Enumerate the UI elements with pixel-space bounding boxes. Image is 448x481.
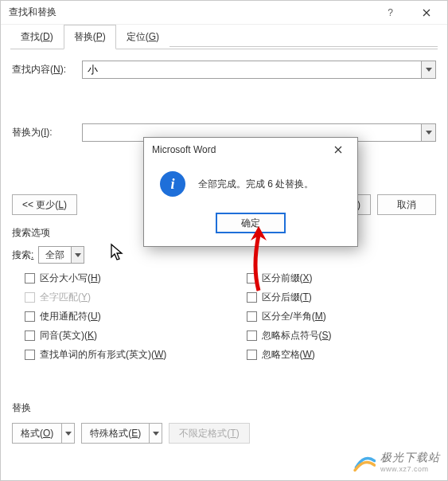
chevron-down-icon: [75, 253, 81, 257]
ok-button[interactable]: 确定: [216, 213, 286, 233]
footer-buttons: 格式(O) 特殊格式(E) 不限定格式(T): [12, 423, 436, 444]
find-input[interactable]: [83, 61, 421, 78]
watermark-text-block: 极光下载站 www.xz7.com: [380, 451, 440, 473]
all-forms-checkbox[interactable]: 查找单词的所有形式(英文)(W): [25, 348, 215, 362]
help-button[interactable]: ?: [372, 1, 408, 25]
chevron-down-icon: [65, 432, 72, 436]
special-format-button[interactable]: 特殊格式(E): [81, 423, 162, 444]
chevron-down-icon: [153, 432, 159, 436]
search-direction-value: 全部: [39, 248, 71, 262]
search-label: 搜索:: [12, 248, 33, 262]
wildcards-checkbox[interactable]: 使用通配符(U): [25, 310, 215, 323]
find-combo[interactable]: [82, 61, 436, 79]
options-grid: 区分大小写(H) 全字匹配(Y) 使用通配符(U) 同音(英文)(K) 查找单词…: [12, 272, 436, 362]
watermark: 极光下载站 www.xz7.com: [353, 451, 440, 473]
less-button[interactable]: << 更少(L): [12, 194, 77, 215]
chevron-down-icon: [426, 68, 432, 72]
options-right-col: 区分前缀(X) 区分后缀(T) 区分全/半角(M) 忽略标点符号(S) 忽略空格…: [215, 272, 437, 362]
no-format-button: 不限定格式(T): [169, 423, 249, 444]
tab-find[interactable]: 查找(D): [10, 25, 64, 49]
whole-word-checkbox: 全字匹配(Y): [25, 291, 215, 304]
match-case-checkbox[interactable]: 区分大小写(H): [25, 272, 215, 285]
msgbox-close-button[interactable]: [322, 138, 354, 162]
tab-replace[interactable]: 替换(P): [64, 25, 116, 49]
watermark-logo-icon: [353, 451, 376, 473]
ignore-space-checkbox[interactable]: 忽略空格(W): [247, 348, 315, 362]
info-icon: i: [160, 171, 185, 197]
msgbox-body: i 全部完成。完成 6 处替换。: [144, 162, 357, 213]
search-direction-combo[interactable]: 全部: [38, 246, 84, 264]
sounds-like-checkbox[interactable]: 同音(英文)(K): [25, 329, 215, 342]
watermark-url: www.xz7.com: [380, 465, 440, 473]
options-left-col: 区分大小写(H) 全字匹配(Y) 使用通配符(U) 同音(英文)(K) 查找单词…: [12, 272, 215, 362]
search-direction-row: 搜索: 全部: [12, 246, 436, 264]
message-box: Microsoft Word i 全部完成。完成 6 处替换。 确定: [143, 137, 358, 247]
find-label: 查找内容(N):: [12, 63, 76, 76]
titlebar: 查找和替换 ?: [1, 1, 447, 25]
replace-section: 替换 格式(O) 特殊格式(E) 不限定格式(T): [12, 401, 436, 444]
content: 查找内容(N): 替换为(I): << 更少(L) 找下一处(F) 取消 搜索选…: [1, 49, 447, 480]
close-button[interactable]: [408, 1, 444, 25]
watermark-text: 极光下载站: [380, 451, 440, 465]
ignore-punct-checkbox[interactable]: 忽略标点符号(S): [247, 329, 332, 342]
msgbox-title: Microsoft Word: [152, 144, 322, 155]
chevron-down-icon: [426, 131, 432, 135]
tab-goto[interactable]: 定位(G): [116, 25, 169, 49]
search-direction-dropdown[interactable]: [71, 247, 84, 263]
replace-label: 替换为(I):: [12, 126, 76, 139]
find-row: 查找内容(N):: [12, 61, 436, 79]
msgbox-footer: 确定: [144, 213, 357, 246]
match-suffix-checkbox[interactable]: 区分后缀(T): [247, 291, 312, 304]
replace-dropdown[interactable]: [421, 124, 435, 141]
window-title: 查找和替换: [9, 6, 372, 19]
find-dropdown[interactable]: [421, 61, 435, 78]
replace-section-label: 替换: [12, 401, 436, 415]
full-half-checkbox[interactable]: 区分全/半角(M): [247, 310, 326, 323]
cancel-button[interactable]: 取消: [377, 194, 436, 215]
format-button[interactable]: 格式(O): [12, 423, 75, 444]
msgbox-message: 全部完成。完成 6 处替换。: [198, 178, 314, 191]
tab-strip: 查找(D) 替换(P) 定位(G): [10, 25, 438, 49]
msgbox-titlebar: Microsoft Word: [144, 138, 357, 162]
match-prefix-checkbox[interactable]: 区分前缀(X): [247, 272, 313, 285]
